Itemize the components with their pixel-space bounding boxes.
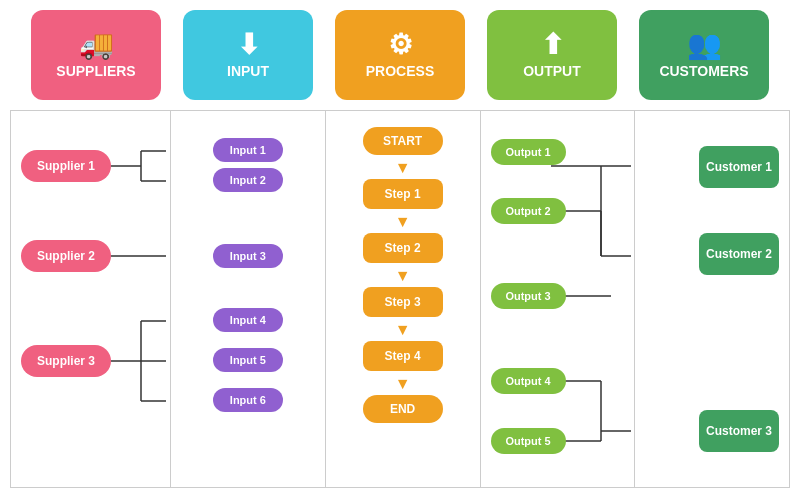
customer-1: Customer 1 bbox=[699, 146, 779, 188]
input-2: Input 2 bbox=[213, 168, 283, 192]
customer-2: Customer 2 bbox=[699, 233, 779, 275]
output-label: OUTPUT bbox=[523, 63, 581, 79]
arrow-1: ▼ bbox=[395, 159, 411, 177]
header-suppliers: 🚚 SUPPLIERS bbox=[31, 10, 161, 100]
customers-label: CUSTOMERS bbox=[659, 63, 748, 79]
output-icon: ⬆ bbox=[541, 31, 564, 59]
input-6: Input 6 bbox=[213, 388, 283, 412]
header-process: ⚙ PROCESS bbox=[335, 10, 465, 100]
process-step4: Step 4 bbox=[363, 341, 443, 371]
output-5: Output 5 bbox=[491, 428, 566, 454]
process-step1: Step 1 bbox=[363, 179, 443, 209]
output-1: Output 1 bbox=[491, 139, 566, 165]
suppliers-icon: 🚚 bbox=[79, 31, 114, 59]
header-output: ⬆ OUTPUT bbox=[487, 10, 617, 100]
outputs-column: Output 1 Output 2 Output 3 Output 4 Outp… bbox=[481, 111, 636, 487]
customer-3: Customer 3 bbox=[699, 410, 779, 452]
customers-column: Customer 1 Customer 2 Customer 3 bbox=[635, 111, 789, 487]
main-diagram: Supplier 1 Supplier 2 Supplier 3 Input 1… bbox=[10, 110, 790, 488]
process-icon: ⚙ bbox=[388, 31, 413, 59]
header-input: ⬇ INPUT bbox=[183, 10, 313, 100]
input-5: Input 5 bbox=[213, 348, 283, 372]
suppliers-column: Supplier 1 Supplier 2 Supplier 3 bbox=[11, 111, 171, 487]
input-1: Input 1 bbox=[213, 138, 283, 162]
input-label: INPUT bbox=[227, 63, 269, 79]
inputs-column: Input 1 Input 2 Input 3 Input 4 Input 5 … bbox=[171, 111, 326, 487]
process-start: START bbox=[363, 127, 443, 155]
input-3: Input 3 bbox=[213, 244, 283, 268]
output-3: Output 3 bbox=[491, 283, 566, 309]
process-step2: Step 2 bbox=[363, 233, 443, 263]
header-row: 🚚 SUPPLIERS ⬇ INPUT ⚙ PROCESS ⬆ OUTPUT 👥… bbox=[0, 0, 800, 110]
supplier-1: Supplier 1 bbox=[21, 150, 111, 182]
arrow-3: ▼ bbox=[395, 267, 411, 285]
input-icon: ⬇ bbox=[237, 31, 260, 59]
output-2: Output 2 bbox=[491, 198, 566, 224]
supplier-2: Supplier 2 bbox=[21, 240, 111, 272]
output-4: Output 4 bbox=[491, 368, 566, 394]
arrow-5: ▼ bbox=[395, 375, 411, 393]
process-label: PROCESS bbox=[366, 63, 434, 79]
process-column: START ▼ Step 1 ▼ Step 2 ▼ Step 3 ▼ Step … bbox=[326, 111, 481, 487]
customers-icon: 👥 bbox=[687, 31, 722, 59]
process-end: END bbox=[363, 395, 443, 423]
header-customers: 👥 CUSTOMERS bbox=[639, 10, 769, 100]
suppliers-label: SUPPLIERS bbox=[56, 63, 135, 79]
arrow-4: ▼ bbox=[395, 321, 411, 339]
input-4: Input 4 bbox=[213, 308, 283, 332]
process-step3: Step 3 bbox=[363, 287, 443, 317]
arrow-2: ▼ bbox=[395, 213, 411, 231]
supplier-3: Supplier 3 bbox=[21, 345, 111, 377]
